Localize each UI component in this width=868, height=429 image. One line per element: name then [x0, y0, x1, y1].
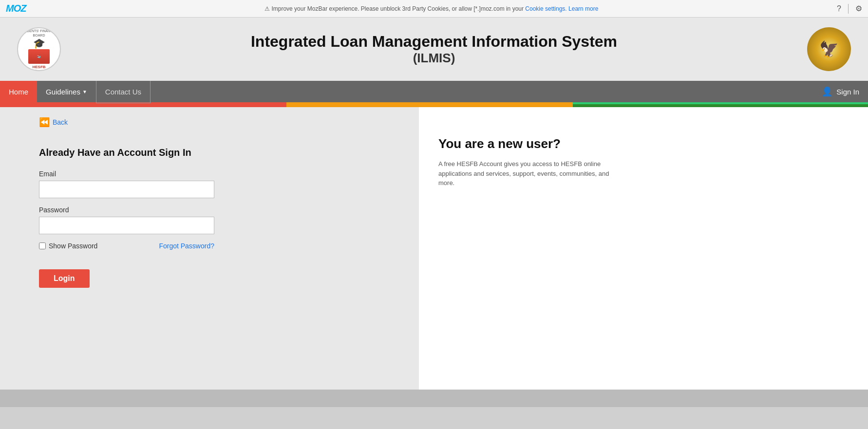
login-form: Already Have an Account Sign In Email Pa… — [39, 147, 244, 288]
mozbar-message: ⚠ Improve your MozBar experience. Please… — [31, 5, 832, 12]
system-title-line2: (ILMIS) — [68, 51, 800, 66]
password-group: Password — [39, 206, 244, 234]
uganda-coat-container — [800, 27, 858, 71]
divider — [848, 4, 849, 14]
email-label: Email — [39, 170, 244, 178]
email-input[interactable] — [39, 181, 214, 198]
password-input[interactable] — [39, 217, 214, 234]
cookie-settings-link[interactable]: Cookie settings. — [525, 5, 566, 12]
navbar: Home Guidelines ▼ Contact Us 👤 Sign In — [0, 81, 868, 104]
settings-icon[interactable]: ⚙ — [855, 4, 862, 13]
email-group: Email — [39, 170, 244, 198]
user-icon: 👤 — [822, 86, 832, 97]
nav-contact[interactable]: Contact Us — [96, 80, 151, 103]
login-button[interactable]: Login — [39, 269, 90, 288]
mozbar-icons: ? ⚙ — [837, 4, 862, 14]
back-link[interactable]: ⏪ Back — [39, 117, 399, 128]
moz-logo: MOZ — [6, 3, 26, 14]
nav-home[interactable]: Home — [0, 80, 37, 103]
learn-more-link[interactable]: Learn more — [568, 5, 598, 12]
hesfb-text: HESFB — [32, 65, 45, 69]
new-user-title: You are a new user? — [438, 136, 849, 151]
system-title-line1: Integrated Loan Management Information S… — [68, 33, 800, 51]
mozbar-text: ⚠ Improve your MozBar experience. Please… — [264, 5, 525, 12]
header-title: Integrated Loan Management Information S… — [68, 33, 800, 66]
footer — [0, 390, 868, 407]
show-password-checkbox[interactable] — [39, 242, 46, 249]
forgot-password-link[interactable]: Forgot Password? — [159, 242, 214, 250]
show-password-label[interactable]: Show Password — [39, 242, 97, 250]
password-label: Password — [39, 206, 244, 214]
hesfb-logo-container: HIGHER EDUCATION STUDENTS' FINANCIAL BOA… — [10, 27, 68, 71]
help-icon[interactable]: ? — [837, 4, 841, 13]
uganda-coat-of-arms — [807, 27, 851, 71]
hesfb-logo: HIGHER EDUCATION STUDENTS' FINANCIAL BOA… — [17, 27, 61, 71]
nav-signin[interactable]: 👤 Sign In — [813, 86, 868, 97]
right-panel: You are a new user? A free HESFB Account… — [419, 107, 868, 390]
nav-guidelines[interactable]: Guidelines ▼ — [37, 80, 96, 103]
content-area: ⏪ Back Already Have an Account Sign In E… — [0, 107, 419, 390]
mozbar: MOZ ⚠ Improve your MozBar experience. Pl… — [0, 0, 868, 18]
site-header: HIGHER EDUCATION STUDENTS' FINANCIAL BOA… — [0, 18, 868, 81]
back-arrow-icon: ⏪ — [39, 117, 50, 128]
hesfb-subtext: Increasing Access to Higher Education — [18, 69, 60, 71]
form-title: Already Have an Account Sign In — [39, 147, 244, 158]
dropdown-arrow-icon: ▼ — [82, 89, 87, 94]
new-user-description: A free HESFB Account gives you access to… — [438, 159, 623, 188]
form-options: Show Password Forgot Password? — [39, 242, 214, 250]
main-wrapper: ⏪ Back Already Have an Account Sign In E… — [0, 107, 868, 390]
